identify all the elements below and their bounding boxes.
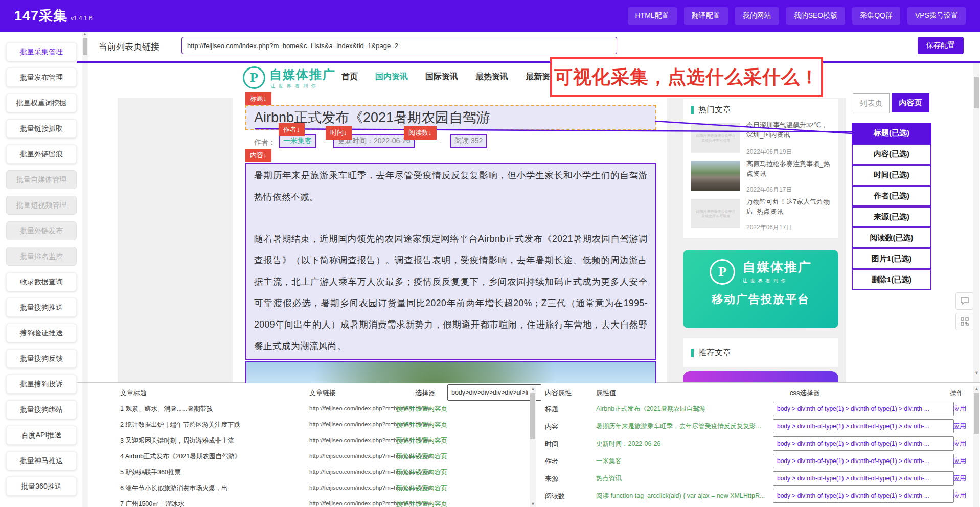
table-row[interactable]: 6 端午节小长假旅游消费市场火爆，出http://feijiseo.com/in… [77, 484, 536, 496]
topnav-my-sites[interactable]: 我的网站 [735, 7, 779, 25]
topnav-translate-config[interactable]: 翻译配置 [684, 7, 728, 25]
tab-content-page[interactable]: 内容页 [892, 93, 929, 112]
hot-article-thumb-1[interactable]: 此图片来自微信公众平台未经允许不可引用 [691, 123, 740, 153]
list-selector-input[interactable] [447, 384, 541, 401]
sidebar-item-weight-words[interactable]: 批量权重词挖掘 [6, 94, 77, 112]
select-delete1-button[interactable]: 删除1(已选) [852, 269, 931, 290]
sidebar-item-sogou-verify-push[interactable]: 搜狗验证推送 [6, 324, 77, 342]
css-selector-input[interactable] [773, 419, 954, 433]
sidebar-item-360-push[interactable]: 批量360推送 [6, 477, 77, 496]
sidebar-item-batch-publish[interactable]: 批量发布管理 [6, 68, 77, 87]
right-table-scrollbar[interactable]: ▲ [973, 386, 979, 507]
preview-scrollbar[interactable]: ▼ [973, 63, 979, 382]
save-config-button[interactable]: 保存配置 [918, 37, 964, 54]
preview-set-content-link[interactable]: 预览并设置内容页 [396, 421, 447, 429]
hot-article-thumb-2[interactable] [691, 161, 740, 191]
sidebar-item-shenma-push[interactable]: 批量神马推送 [6, 451, 77, 470]
sidebar-item-rank-monitor[interactable]: 批量排名监控 [6, 247, 77, 266]
author-tag[interactable]: 作者↓ [279, 123, 305, 136]
apply-link[interactable]: 应用 [953, 474, 966, 483]
scroll-up-icon[interactable]: ▲ [83, 32, 87, 36]
views-value-box[interactable]: 阅读 352 [450, 134, 487, 148]
sidebar-scrollbar-thumb[interactable] [83, 38, 87, 55]
topnav-html-config[interactable]: HTML配置 [628, 7, 677, 25]
table-row[interactable]: 内容暑期历年来是旅游乘车旺季，去年尽管受疫情反反复复影... 应用 [538, 419, 980, 434]
preview-set-content-link[interactable]: 预览并设置内容页 [396, 452, 447, 461]
select-title-button[interactable]: 标题(已选) [852, 123, 931, 144]
table-row[interactable]: 作者一米集客 应用 [538, 454, 980, 469]
apply-link[interactable]: 应用 [953, 439, 966, 448]
site-nav-hottest[interactable]: 最热资讯 [475, 72, 508, 82]
topnav-qq-group[interactable]: 采集QQ群 [852, 7, 900, 25]
time-tag[interactable]: 时间↓ [326, 126, 352, 140]
site-nav-domestic[interactable]: 国内资讯 [375, 72, 408, 82]
hot-article-title-3[interactable]: 万物皆可炸！这7家人气炸物店_热点资讯 [746, 197, 834, 216]
sidebar-item-baidu-api-push[interactable]: 百度API推送 [6, 426, 77, 445]
apply-link[interactable]: 应用 [953, 491, 966, 500]
preview-set-content-link[interactable]: 预览并设置内容页 [396, 468, 447, 477]
right-table-scrollbar-thumb[interactable] [974, 393, 979, 434]
preview-scrollbar-thumb[interactable] [974, 77, 979, 108]
sidebar-item-backlink-publish[interactable]: 批量外链发布 [6, 221, 77, 240]
site-nav-home[interactable]: 首页 [341, 72, 358, 82]
left-table-scrollbar[interactable]: ▲ ▼ [530, 386, 536, 507]
views-tag[interactable]: 阅读数↓ [404, 126, 437, 140]
title-tag[interactable]: 标题↓ [245, 92, 271, 105]
table-row[interactable]: 阅读数阅读 function tag_arcclick(aid) { var a… [538, 489, 980, 504]
table-row[interactable]: 3 又迎艰困关键时刻，周边游难成非主流http://feijiseo.com/i… [77, 436, 536, 449]
select-content-button[interactable]: 内容(已选) [852, 144, 931, 165]
left-table-scrollbar-thumb[interactable] [530, 393, 535, 439]
table-row[interactable]: 时间更新时间：2022-06-26 应用 [538, 436, 980, 452]
chat-bubble-icon[interactable] [955, 292, 974, 310]
sidebar-item-sogou-complaint[interactable]: 批量搜狗投诉 [6, 375, 77, 394]
table-row[interactable]: 标题Airbnb正式发布《2021暑期农园自驾游 应用 [538, 402, 980, 417]
sidebar-item-link-grab[interactable]: 批量链接抓取 [6, 119, 77, 138]
sidebar-scrollbar[interactable]: ▲ [82, 32, 88, 507]
sidebar-item-batch-collect[interactable]: 批量采集管理 [6, 42, 77, 61]
table-row[interactable]: 1 观景、嬉水、消暑......暑期带孩http://feijiseo.com/… [77, 405, 536, 417]
article-image[interactable] [245, 361, 656, 383]
apply-link[interactable]: 应用 [953, 404, 966, 413]
qr-code-icon[interactable] [955, 313, 974, 330]
scroll-up-icon[interactable]: ▲ [974, 386, 979, 391]
select-author-button[interactable]: 作者(已选) [852, 186, 931, 206]
css-selector-input[interactable] [773, 454, 954, 468]
hot-article-title-2[interactable]: 高原马拉松参赛注意事项_热点资讯 [746, 159, 834, 178]
sidebar-item-backlink-trace[interactable]: 批量外链留痕 [6, 145, 77, 164]
sidebar-item-index-query[interactable]: 收录数据查询 [6, 272, 77, 291]
site-nav-international[interactable]: 国际资讯 [425, 72, 458, 82]
table-row[interactable]: 4 Airbnb正式发布《2021暑期农园自驾游》http://feijiseo… [77, 452, 536, 465]
css-selector-input[interactable] [773, 436, 954, 451]
table-row[interactable]: 2 统计数据出炉｜端午节跨区游关注度下跌http://feijiseo.com/… [77, 421, 536, 433]
preview-set-content-link[interactable]: 预览并设置内容页 [396, 405, 447, 413]
select-image1-button[interactable]: 图片1(已选) [852, 248, 931, 269]
css-selector-input[interactable] [773, 489, 954, 503]
preview-set-content-link[interactable]: 预览并设置内容页 [396, 484, 447, 493]
sidebar-item-sogou-bind[interactable]: 批量搜狗绑站 [6, 400, 77, 419]
content-tag[interactable]: 内容↓ [245, 149, 271, 162]
topnav-seo-templates[interactable]: 我的SEO模版 [786, 7, 846, 25]
css-selector-input[interactable] [773, 471, 954, 486]
sidebar-item-media-manage[interactable]: 批量自媒体管理 [6, 170, 77, 189]
preview-set-content-link[interactable]: 预览并设置内容页 [396, 436, 447, 445]
preview-set-content-link[interactable]: 预览并设置内容页 [396, 500, 447, 507]
table-row[interactable]: 来源热点资讯 应用 [538, 471, 980, 487]
hot-article-title-1[interactable]: 今日深圳事气温飙升32℃，深圳_国内资讯 [746, 120, 834, 140]
list-url-input[interactable] [181, 37, 617, 54]
select-time-button[interactable]: 时间(已选) [852, 165, 931, 186]
table-row[interactable]: 5 驴妈妈联手360推票http://feijiseo.com/index.ph… [77, 468, 536, 480]
tab-list-page[interactable]: 列表页 [853, 93, 890, 113]
brand-ad-card[interactable]: P 自媒体推广 让世界看到你 移动广告投放平台 [683, 250, 838, 328]
sidebar-item-sogou-push[interactable]: 批量搜狗推送 [6, 298, 77, 317]
scroll-down-icon[interactable]: ▼ [974, 370, 979, 375]
sidebar-item-sogou-feedback[interactable]: 批量搜狗反馈 [6, 349, 77, 368]
css-selector-input[interactable] [773, 402, 954, 416]
apply-link[interactable]: 应用 [953, 422, 966, 431]
article-content-selection-box[interactable]: 暑期历年来是旅游乘车旺季，去年尽管受疫情反反复复影响，但小学生家长和小学生们的自… [245, 163, 656, 360]
table-row[interactable]: 7 广州1500㎡「溜冰水http://feijiseo.com/index.p… [77, 500, 536, 507]
select-source-button[interactable]: 来源(已选) [852, 206, 931, 227]
apply-link[interactable]: 应用 [953, 456, 966, 466]
scroll-down-icon[interactable]: ▼ [531, 501, 535, 506]
sidebar-item-short-video[interactable]: 批量短视频管理 [6, 196, 77, 215]
select-views-button[interactable]: 阅读数(已选) [852, 227, 931, 248]
